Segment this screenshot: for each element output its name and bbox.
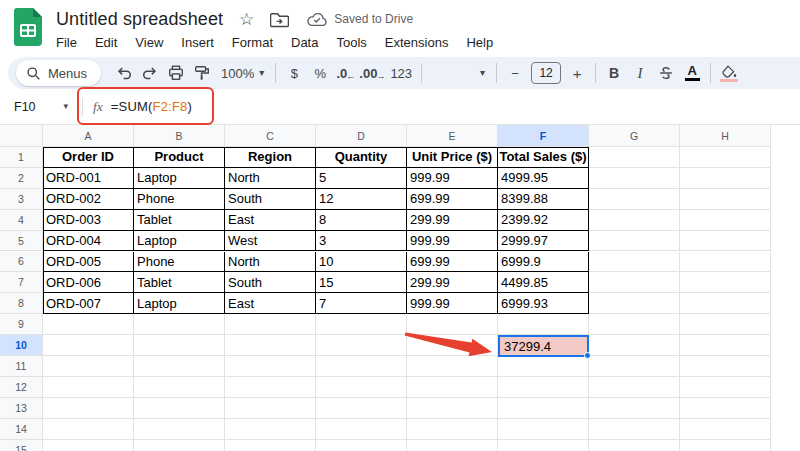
menu-item-data[interactable]: Data bbox=[282, 33, 327, 52]
cell-C14[interactable] bbox=[225, 419, 316, 440]
bold-button[interactable]: B bbox=[601, 60, 627, 86]
col-header-C[interactable]: C bbox=[225, 125, 316, 147]
cell-E14[interactable] bbox=[407, 419, 498, 440]
menu-item-format[interactable]: Format bbox=[223, 33, 282, 52]
cell-G13[interactable] bbox=[589, 398, 680, 419]
cell-B4[interactable]: Tablet bbox=[134, 210, 225, 231]
row-header-1[interactable]: 1 bbox=[0, 147, 43, 168]
cell-F5[interactable]: 2999.97 bbox=[498, 231, 589, 252]
cell-D15[interactable] bbox=[316, 440, 407, 451]
cell-F9[interactable] bbox=[498, 314, 589, 335]
row-header-6[interactable]: 6 bbox=[0, 252, 43, 273]
cell-B14[interactable] bbox=[134, 419, 225, 440]
cell-B8[interactable]: Laptop bbox=[134, 293, 225, 314]
row-header-12[interactable]: 12 bbox=[0, 377, 43, 398]
cell-C15[interactable] bbox=[225, 440, 316, 451]
cell-H5[interactable] bbox=[680, 231, 771, 252]
cell-C7[interactable]: South bbox=[225, 272, 316, 293]
cell-D8[interactable]: 7 bbox=[316, 293, 407, 314]
cell-F1[interactable]: Total Sales ($) bbox=[498, 147, 589, 168]
cell-D12[interactable] bbox=[316, 377, 407, 398]
cell-A11[interactable] bbox=[43, 356, 134, 377]
increase-font-size-button[interactable]: + bbox=[564, 60, 590, 86]
cell-A4[interactable]: ORD-003 bbox=[43, 210, 134, 231]
col-header-G[interactable]: G bbox=[589, 125, 680, 147]
cell-E11[interactable] bbox=[407, 356, 498, 377]
cell-E12[interactable] bbox=[407, 377, 498, 398]
cell-A13[interactable] bbox=[43, 398, 134, 419]
italic-button[interactable]: I bbox=[627, 60, 653, 86]
name-box[interactable]: F10 ▾ bbox=[0, 100, 78, 114]
cell-C8[interactable]: East bbox=[225, 293, 316, 314]
cell-F3[interactable]: 8399.88 bbox=[498, 189, 589, 210]
cell-F2[interactable]: 4999.95 bbox=[498, 168, 589, 189]
cell-E9[interactable] bbox=[407, 314, 498, 335]
row-header-15[interactable]: 15 bbox=[0, 440, 43, 451]
cell-G3[interactable] bbox=[589, 189, 680, 210]
fill-handle[interactable] bbox=[584, 352, 591, 359]
cell-H8[interactable] bbox=[680, 293, 771, 314]
cell-G5[interactable] bbox=[589, 231, 680, 252]
zoom-dropdown[interactable]: 100% ▾ bbox=[215, 60, 270, 86]
cell-G12[interactable] bbox=[589, 377, 680, 398]
cell-H12[interactable] bbox=[680, 377, 771, 398]
font-size-input[interactable]: 12 bbox=[531, 62, 561, 84]
cell-E4[interactable]: 299.99 bbox=[407, 210, 498, 231]
menu-item-tools[interactable]: Tools bbox=[327, 33, 375, 52]
cell-A10[interactable] bbox=[43, 335, 134, 356]
cell-F8[interactable]: 6999.93 bbox=[498, 293, 589, 314]
cell-A9[interactable] bbox=[43, 314, 134, 335]
print-button[interactable] bbox=[163, 60, 189, 86]
cell-B9[interactable] bbox=[134, 314, 225, 335]
cell-F15[interactable] bbox=[498, 440, 589, 451]
cell-D5[interactable]: 3 bbox=[316, 231, 407, 252]
cell-E3[interactable]: 699.99 bbox=[407, 189, 498, 210]
row-header-9[interactable]: 9 bbox=[0, 314, 43, 335]
increase-decimal-button[interactable]: .00→ bbox=[359, 60, 386, 86]
cell-F4[interactable]: 2399.92 bbox=[498, 210, 589, 231]
cell-F12[interactable] bbox=[498, 377, 589, 398]
cell-E15[interactable] bbox=[407, 440, 498, 451]
cell-A15[interactable] bbox=[43, 440, 134, 451]
cell-H14[interactable] bbox=[680, 419, 771, 440]
cell-F14[interactable] bbox=[498, 419, 589, 440]
cell-G2[interactable] bbox=[589, 168, 680, 189]
cell-A5[interactable]: ORD-004 bbox=[43, 231, 134, 252]
select-all-corner[interactable] bbox=[0, 125, 43, 147]
cell-G11[interactable] bbox=[589, 356, 680, 377]
cell-A8[interactable]: ORD-007 bbox=[43, 293, 134, 314]
decrease-font-size-button[interactable]: − bbox=[502, 60, 528, 86]
col-header-F[interactable]: F bbox=[498, 125, 589, 147]
cell-H1[interactable] bbox=[680, 147, 771, 168]
cell-E8[interactable]: 999.99 bbox=[407, 293, 498, 314]
row-header-8[interactable]: 8 bbox=[0, 293, 43, 314]
row-header-10[interactable]: 10 bbox=[0, 335, 43, 356]
cell-B7[interactable]: Tablet bbox=[134, 272, 225, 293]
cell-D10[interactable] bbox=[316, 335, 407, 356]
formula-input[interactable]: =SUM(F2:F8) bbox=[111, 99, 192, 114]
row-header-11[interactable]: 11 bbox=[0, 356, 43, 377]
cell-H6[interactable] bbox=[680, 252, 771, 273]
cell-B2[interactable]: Laptop bbox=[134, 168, 225, 189]
cell-E2[interactable]: 999.99 bbox=[407, 168, 498, 189]
cell-E6[interactable]: 699.99 bbox=[407, 252, 498, 273]
row-header-3[interactable]: 3 bbox=[0, 189, 43, 210]
fill-color-button[interactable] bbox=[716, 60, 742, 86]
cell-A1[interactable]: Order ID bbox=[43, 147, 134, 168]
col-header-A[interactable]: A bbox=[43, 125, 134, 147]
menu-item-extensions[interactable]: Extensions bbox=[376, 33, 458, 52]
col-header-B[interactable]: B bbox=[134, 125, 225, 147]
cell-B3[interactable]: Phone bbox=[134, 189, 225, 210]
cell-G1[interactable] bbox=[589, 147, 680, 168]
cell-A12[interactable] bbox=[43, 377, 134, 398]
cell-G10[interactable] bbox=[589, 335, 680, 356]
cell-C1[interactable]: Region bbox=[225, 147, 316, 168]
number-format-button[interactable]: 123 bbox=[386, 60, 416, 86]
col-header-H[interactable]: H bbox=[680, 125, 771, 147]
col-header-D[interactable]: D bbox=[316, 125, 407, 147]
cell-C13[interactable] bbox=[225, 398, 316, 419]
cell-A14[interactable] bbox=[43, 419, 134, 440]
menu-item-edit[interactable]: Edit bbox=[86, 33, 126, 52]
cell-G4[interactable] bbox=[589, 210, 680, 231]
cell-A6[interactable]: ORD-005 bbox=[43, 252, 134, 273]
